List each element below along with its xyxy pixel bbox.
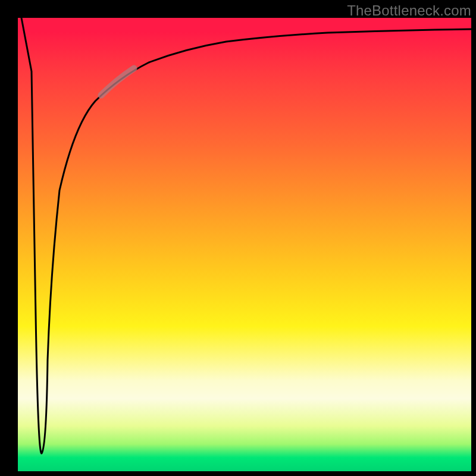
curve-highlight-segment	[101, 68, 134, 95]
attribution-label: TheBottleneck.com	[347, 2, 471, 19]
curve-svg	[18, 18, 471, 471]
bottleneck-curve	[21, 18, 471, 453]
plot-area	[18, 18, 471, 471]
chart-frame: TheBottleneck.com	[0, 0, 476, 476]
